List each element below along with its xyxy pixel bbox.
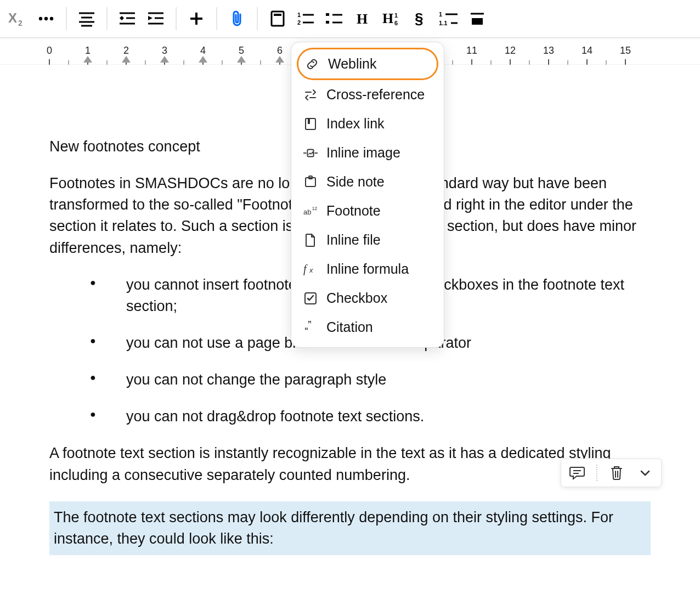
heading-levels-button[interactable]: H16 xyxy=(377,4,406,33)
menu-item-label: Inline formula xyxy=(326,261,409,277)
menu-item-label: Citation xyxy=(326,319,373,335)
svg-text:f: f xyxy=(303,263,308,275)
ruler-number: 3 xyxy=(162,45,167,56)
menu-item-label: Cross-reference xyxy=(326,87,425,103)
subscript-button[interactable]: X 2 xyxy=(3,4,32,33)
numbered-list-button[interactable]: 1 2 xyxy=(292,4,320,33)
ruler-number: 14 xyxy=(582,45,592,56)
ruler-number: 2 xyxy=(123,45,129,56)
menu-item-citation[interactable]: ”“ Citation xyxy=(297,313,438,342)
page-button[interactable] xyxy=(263,4,292,33)
menu-item-index-link[interactable]: Index link xyxy=(297,109,438,138)
menu-item-label: Inline image xyxy=(326,145,400,161)
insert-button[interactable] xyxy=(182,4,211,33)
menu-item-checkbox[interactable]: Checkbox xyxy=(297,284,438,313)
svg-rect-41 xyxy=(306,118,315,129)
svg-text:”: ” xyxy=(308,321,312,328)
svg-rect-20 xyxy=(272,12,284,26)
toolbar-separator xyxy=(66,7,67,30)
toolbar-separator xyxy=(257,7,258,30)
list-item[interactable]: you can not drag&drop footnote text sect… xyxy=(49,406,651,427)
checkbox-icon xyxy=(303,291,318,306)
file-icon xyxy=(303,233,318,247)
attachment-button[interactable] xyxy=(223,4,251,33)
ruler-number: 5 xyxy=(239,45,244,56)
link-icon xyxy=(305,57,319,71)
menu-item-footnote[interactable]: ab12 Footnote xyxy=(297,196,438,225)
index-icon xyxy=(303,117,318,131)
format-block-button[interactable] xyxy=(463,4,492,33)
menu-item-cross-reference[interactable]: Cross-reference xyxy=(297,80,438,109)
svg-text:1: 1 xyxy=(394,12,398,19)
cross-reference-icon xyxy=(303,88,318,102)
menu-item-label: Weblink xyxy=(328,56,376,72)
svg-text:x: x xyxy=(309,266,313,274)
multilevel-list-button[interactable]: 1 1.1 xyxy=(434,4,463,33)
svg-text:2: 2 xyxy=(18,19,22,27)
heading-button[interactable]: H xyxy=(349,4,377,33)
menu-item-label: Checkbox xyxy=(326,290,387,306)
svg-text:12: 12 xyxy=(312,206,318,211)
svg-marker-13 xyxy=(120,18,124,20)
outdent-button[interactable] xyxy=(113,4,142,33)
list-item[interactable]: you can not change the paragraph style xyxy=(49,369,651,391)
insert-dropdown-menu: Weblink Cross-reference Index link Inlin… xyxy=(291,42,444,348)
svg-point-4 xyxy=(50,17,53,20)
svg-point-3 xyxy=(44,17,48,20)
menu-item-inline-file[interactable]: Inline file xyxy=(297,225,438,255)
menu-item-label: Footnote xyxy=(326,203,381,219)
svg-marker-12 xyxy=(120,16,124,18)
bullet-list-button[interactable] xyxy=(320,4,349,33)
citation-icon: ”“ xyxy=(303,320,318,335)
ruler-number: 15 xyxy=(620,45,631,56)
svg-text:“: “ xyxy=(304,326,308,334)
svg-rect-26 xyxy=(326,13,329,16)
menu-item-weblink[interactable]: Weblink xyxy=(297,48,438,80)
svg-text:§: § xyxy=(415,10,424,27)
menu-item-side-note[interactable]: Side note xyxy=(297,167,438,196)
svg-rect-28 xyxy=(326,21,329,24)
formula-icon: fx xyxy=(303,262,318,276)
ruler-number: 12 xyxy=(505,45,516,56)
image-icon xyxy=(303,146,318,160)
toolbar-separator xyxy=(106,7,108,30)
svg-text:H: H xyxy=(382,10,393,26)
ruler-number: 4 xyxy=(200,45,206,56)
ruler-number: 6 xyxy=(277,45,283,56)
ruler-number: 0 xyxy=(47,45,52,56)
highlighted-paragraph[interactable]: The footnote text sections may look diff… xyxy=(49,501,651,555)
expand-button[interactable] xyxy=(636,464,654,482)
footnote-icon: ab12 xyxy=(303,204,318,218)
svg-point-2 xyxy=(39,17,42,20)
align-button[interactable] xyxy=(72,4,101,33)
svg-text:1: 1 xyxy=(297,12,301,18)
svg-text:ab: ab xyxy=(303,208,311,216)
menu-item-inline-formula[interactable]: fx Inline formula xyxy=(297,255,438,284)
toolbar-separator xyxy=(176,7,177,30)
delete-button[interactable] xyxy=(607,464,626,482)
menu-item-label: Side note xyxy=(326,174,385,190)
menu-item-inline-image[interactable]: Inline image xyxy=(297,138,438,167)
section-button[interactable]: § xyxy=(406,4,434,33)
menu-item-label: Index link xyxy=(326,116,385,132)
ruler-number: 1 xyxy=(85,45,91,56)
toolbar: X 2 xyxy=(0,0,700,38)
ruler-number: 11 xyxy=(466,45,477,56)
svg-text:1: 1 xyxy=(439,11,442,18)
svg-text:6: 6 xyxy=(394,20,398,26)
svg-rect-42 xyxy=(308,118,310,124)
svg-text:H: H xyxy=(357,11,368,27)
comment-button[interactable] xyxy=(568,464,586,482)
toolbar-separator xyxy=(216,7,217,30)
svg-rect-40 xyxy=(472,18,483,25)
svg-text:1.1: 1.1 xyxy=(439,20,447,26)
note-icon xyxy=(303,175,318,189)
svg-rect-21 xyxy=(274,14,281,16)
svg-text:2: 2 xyxy=(297,19,301,26)
svg-text:X: X xyxy=(8,10,17,25)
ruler-number: 13 xyxy=(543,45,554,56)
section-action-bar xyxy=(561,459,662,487)
more-options-button[interactable] xyxy=(32,4,60,33)
menu-item-label: Inline file xyxy=(326,232,381,248)
indent-button[interactable] xyxy=(142,4,170,33)
